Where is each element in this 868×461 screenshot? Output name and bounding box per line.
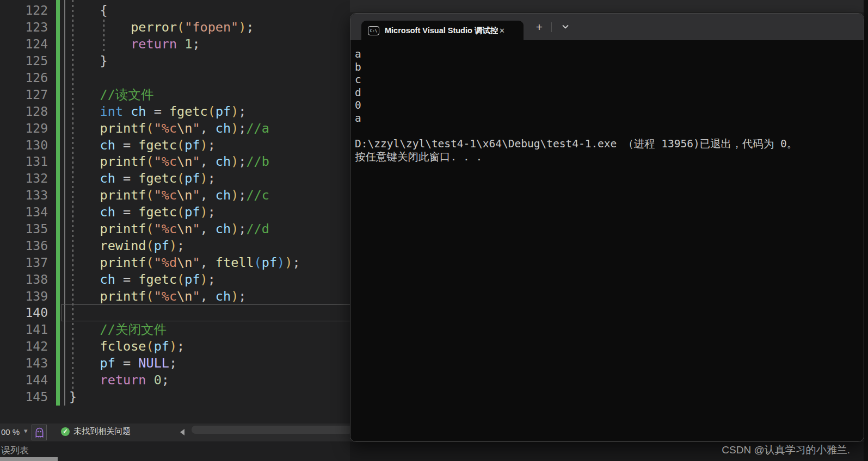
feedback-button[interactable]: [32, 425, 47, 440]
code-line[interactable]: 124 return 1;: [0, 36, 353, 53]
code-line[interactable]: 128 int ch = fgetc(pf);: [0, 103, 353, 120]
line-number: 141: [0, 322, 48, 337]
code-line[interactable]: 141 //关闭文件: [0, 321, 353, 338]
code-line[interactable]: 133 printf("%c\n", ch);//c: [0, 187, 353, 204]
code-text: printf("%c\n", ch);//b: [48, 154, 269, 169]
line-number: 138: [0, 272, 48, 286]
panel-corner-fragment: [0, 457, 58, 461]
terminal-window: C:\ Microsoft Visual Studio 调试控制台 ✕ + ab…: [350, 13, 864, 442]
check-icon: ✓: [61, 427, 70, 436]
code-text: pf = NULL;: [48, 356, 177, 371]
code-text: printf("%c\n", ch);: [48, 289, 246, 304]
line-number: 134: [0, 205, 48, 219]
code-line[interactable]: 122 {: [0, 2, 353, 19]
code-text: //关闭文件: [48, 321, 167, 338]
code-text: printf("%d\n", ftell(pf));: [48, 255, 300, 270]
terminal-output-line: c: [355, 73, 864, 86]
line-number: 132: [0, 171, 48, 185]
code-line[interactable]: 138 ch = fgetc(pf);: [0, 271, 353, 288]
code-line[interactable]: 127 //读文件: [0, 86, 353, 103]
editor-pane[interactable]: 122 {123 perror("fopen");124 return 1;12…: [0, 0, 353, 461]
zoom-level[interactable]: 00 %: [1, 427, 20, 437]
ghost-icon: [34, 427, 45, 439]
line-number: 128: [0, 104, 48, 119]
error-list-tab[interactable]: 误列表: [1, 444, 29, 457]
code-line[interactable]: 136 rewind(pf);: [0, 237, 353, 254]
code-text: printf("%c\n", ch);//a: [48, 121, 269, 136]
line-number: 124: [0, 37, 48, 51]
code-text: rewind(pf);: [48, 238, 184, 253]
divider: [551, 22, 552, 32]
code-text: printf("%c\n", ch);//c: [48, 188, 269, 203]
terminal-tab[interactable]: C:\ Microsoft Visual Studio 调试控制台 ✕: [361, 21, 524, 40]
code-line[interactable]: 130 ch = fgetc(pf);: [0, 136, 353, 153]
line-number: 145: [0, 390, 48, 404]
line-number: 135: [0, 222, 48, 236]
editor-status-bar: 00 % ▾ ✓ 未找到相关问题: [0, 423, 353, 441]
line-number: 142: [0, 339, 48, 353]
terminal-tab-title: Microsoft Visual Studio 调试控制台: [385, 26, 498, 36]
terminal-output-line: [355, 125, 864, 138]
line-number: 139: [0, 289, 48, 303]
line-number: 130: [0, 138, 48, 152]
console-icon: C:\: [368, 26, 379, 35]
line-number: 125: [0, 54, 48, 68]
health-text: 未找到相关问题: [73, 426, 131, 437]
code-line[interactable]: 139 printf("%c\n", ch);: [0, 288, 353, 304]
terminal-output[interactable]: abcd0a D:\zzyl\zyl\test4-1\x64\Debug\tes…: [350, 40, 864, 441]
chevron-down-icon[interactable]: ▾: [24, 427, 28, 435]
code-line[interactable]: 123 perror("fopen");: [0, 19, 353, 36]
line-number: 140: [0, 306, 48, 320]
document-health-indicator[interactable]: ✓ 未找到相关问题: [61, 426, 131, 437]
watermark: CSDN @认真学习的小雅兰.: [722, 443, 850, 457]
line-number: 122: [0, 3, 48, 17]
terminal-output-line: b: [355, 61, 864, 74]
line-number: 133: [0, 188, 48, 202]
terminal-output-line: d: [355, 86, 864, 99]
line-number: 136: [0, 239, 48, 253]
terminal-output-line: 0: [355, 99, 864, 112]
line-number: 143: [0, 356, 48, 370]
current-line-highlight: [61, 304, 353, 321]
terminal-title-bar[interactable]: C:\ Microsoft Visual Studio 调试控制台 ✕ +: [350, 14, 864, 40]
code-line[interactable]: 135 printf("%c\n", ch);//d: [0, 221, 353, 238]
chevron-down-icon: [562, 24, 569, 29]
code-text: fclose(pf);: [48, 339, 184, 354]
code-text: int ch = fgetc(pf);: [48, 104, 246, 119]
code-line[interactable]: 129 printf("%c\n", ch);//a: [0, 120, 353, 136]
active-scope-guide: [64, 0, 65, 406]
code-line[interactable]: 125 }: [0, 53, 353, 70]
tab-dropdown-button[interactable]: [556, 14, 575, 40]
terminal-output-line: 按任意键关闭此窗口. . .: [355, 151, 864, 164]
code-text: return 1;: [48, 36, 200, 52]
code-line[interactable]: 145}: [0, 388, 353, 405]
new-tab-button[interactable]: +: [530, 14, 549, 40]
code-line[interactable]: 134 ch = fgetc(pf);: [0, 204, 353, 221]
terminal-output-line: a: [355, 48, 864, 61]
code-text: perror("fopen");: [48, 20, 254, 35]
screen: 122 {123 perror("fopen");124 return 1;12…: [0, 0, 868, 461]
code-line[interactable]: 144 return 0;: [0, 372, 353, 389]
horizontal-scrollbar-thumb[interactable]: [192, 426, 353, 434]
indent-guide: [103, 20, 104, 53]
close-icon[interactable]: ✕: [499, 27, 505, 35]
line-number: 123: [0, 20, 48, 34]
scroll-left-arrow-icon[interactable]: [180, 429, 184, 435]
line-number: 127: [0, 88, 48, 102]
code-line[interactable]: 126: [0, 70, 353, 86]
line-number: 144: [0, 373, 48, 387]
code-area[interactable]: 122 {123 perror("fopen");124 return 1;12…: [0, 2, 353, 405]
screen-right-edge: [864, 0, 868, 461]
code-line[interactable]: 132 ch = fgetc(pf);: [0, 170, 353, 187]
line-number: 137: [0, 256, 48, 270]
code-line[interactable]: 142 fclose(pf);: [0, 338, 353, 355]
vs-window-band: [350, 0, 864, 13]
code-text: printf("%c\n", ch);//d: [48, 221, 269, 236]
terminal-output-line: D:\zzyl\zyl\test4-1\x64\Debug\test4-1.ex…: [355, 138, 864, 151]
code-line[interactable]: 131 printf("%c\n", ch);//b: [0, 153, 353, 170]
line-number: 131: [0, 154, 48, 169]
code-text: return 0;: [48, 372, 169, 388]
code-text: }: [48, 389, 77, 404]
code-line[interactable]: 137 printf("%d\n", ftell(pf));: [0, 254, 353, 271]
code-line[interactable]: 143 pf = NULL;: [0, 355, 353, 372]
